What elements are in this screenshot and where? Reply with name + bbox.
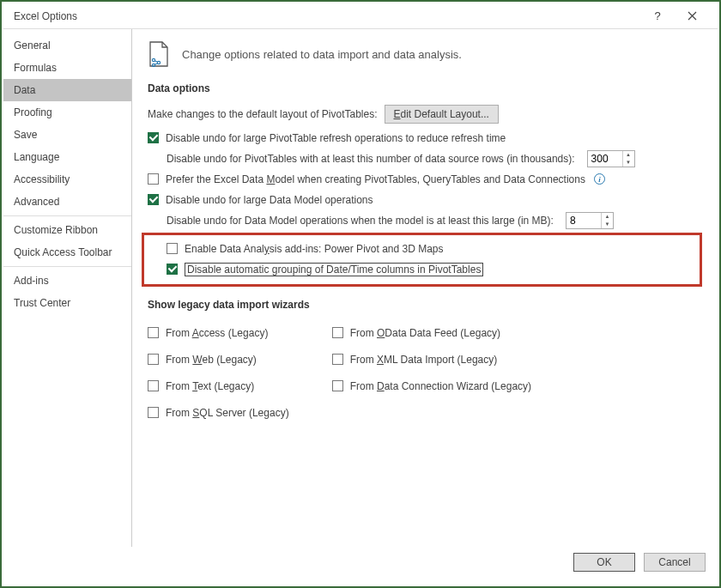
sidebar-item-trust-center[interactable]: Trust Center — [3, 292, 131, 314]
annotation-highlight: Enable Data Analysis add-ins: Power Pivo… — [142, 233, 702, 287]
label-dm-mb: Disable undo for Data Model operations w… — [167, 215, 554, 227]
svg-point-1 — [152, 64, 154, 66]
input-dm-mb[interactable] — [566, 213, 601, 228]
checkbox-legacy-odata[interactable] — [332, 327, 343, 338]
info-icon[interactable]: i — [594, 173, 605, 185]
label-legacy-xml: From XML Data Import (Legacy) — [350, 354, 498, 366]
checkbox-legacy-sqlserver[interactable] — [148, 407, 159, 418]
spinner-dm-mb[interactable]: ▲ ▼ — [566, 212, 614, 229]
sidebar-item-proofing[interactable]: Proofing — [3, 101, 131, 124]
edit-default-layout-button[interactable]: Edit Default Layout... — [385, 105, 499, 124]
label-legacy-text: From Text (Legacy) — [166, 380, 254, 392]
sidebar-item-data[interactable]: Data — [3, 79, 131, 101]
section-legacy-wizards: Show legacy data import wizards — [148, 299, 702, 311]
label-prefer-data-model: Prefer the Excel Data Model when creatin… — [166, 173, 585, 185]
label-disable-undo-dm: Disable undo for large Data Model operat… — [166, 194, 373, 206]
label-legacy-access: From Access (Legacy) — [166, 327, 268, 339]
sidebar-item-save[interactable]: Save — [3, 124, 131, 146]
sidebar-item-addins[interactable]: Add-ins — [3, 270, 131, 292]
help-icon[interactable]: ? — [640, 4, 675, 28]
svg-point-0 — [152, 58, 154, 61]
label-legacy-dcw: From Data Connection Wizard (Legacy) — [350, 380, 531, 392]
page-description: Change options related to data import an… — [182, 48, 462, 61]
checkbox-disable-undo-dm[interactable] — [148, 194, 159, 205]
sidebar-item-language[interactable]: Language — [3, 146, 131, 168]
input-pt-rows[interactable] — [588, 151, 622, 167]
checkbox-legacy-access[interactable] — [148, 327, 159, 338]
sidebar-item-qat[interactable]: Quick Access Toolbar — [3, 241, 131, 264]
ok-button[interactable]: OK — [573, 553, 635, 572]
sidebar-item-customize-ribbon[interactable]: Customize Ribbon — [3, 219, 131, 241]
category-sidebar: General Formulas Data Proofing Save Lang… — [3, 29, 132, 547]
spinner-pt-rows[interactable]: ▲ ▼ — [587, 150, 635, 167]
label-disable-auto-group: Disable automatic grouping of Date/Time … — [185, 263, 483, 276]
label-pt-rows: Disable undo for PivotTables with at lea… — [167, 153, 575, 165]
checkbox-disable-undo-pt[interactable] — [148, 132, 159, 143]
checkbox-legacy-text[interactable] — [148, 380, 159, 391]
label-disable-undo-pt: Disable undo for large PivotTable refres… — [166, 132, 506, 144]
spinner-down-icon[interactable]: ▼ — [602, 221, 613, 228]
section-data-options: Data options — [148, 82, 702, 94]
data-page-icon — [148, 41, 170, 67]
label-legacy-sqlserver: From SQL Server (Legacy) — [166, 407, 289, 419]
label-legacy-web: From Web (Legacy) — [166, 354, 257, 366]
spinner-down-icon[interactable]: ▼ — [623, 159, 634, 167]
svg-point-2 — [157, 61, 160, 64]
checkbox-prefer-data-model[interactable] — [148, 173, 159, 185]
window-title: Excel Options — [14, 10, 640, 22]
spinner-up-icon[interactable]: ▲ — [602, 213, 613, 221]
sidebar-item-formulas[interactable]: Formulas — [3, 57, 131, 79]
pt-default-label: Make changes to the default layout of Pi… — [148, 108, 378, 120]
label-legacy-odata: From OData Data Feed (Legacy) — [350, 327, 500, 339]
label-enable-analysis: Enable Data Analysis add-ins: Power Pivo… — [185, 243, 444, 255]
sidebar-item-accessibility[interactable]: Accessibility — [3, 168, 131, 191]
close-icon[interactable] — [675, 4, 709, 28]
sidebar-item-advanced[interactable]: Advanced — [3, 191, 131, 213]
checkbox-enable-analysis[interactable] — [167, 243, 178, 254]
checkbox-legacy-dcw[interactable] — [332, 380, 343, 391]
checkbox-disable-auto-group[interactable] — [167, 264, 178, 275]
sidebar-item-general[interactable]: General — [3, 34, 131, 57]
checkbox-legacy-web[interactable] — [148, 354, 159, 365]
spinner-up-icon[interactable]: ▲ — [623, 151, 634, 159]
cancel-button[interactable]: Cancel — [644, 553, 706, 572]
checkbox-legacy-xml[interactable] — [332, 354, 343, 365]
